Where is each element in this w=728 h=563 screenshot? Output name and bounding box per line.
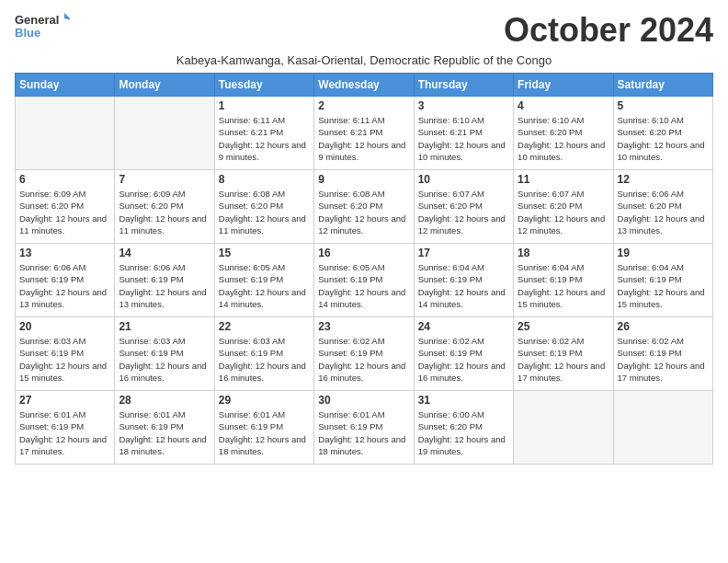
calendar-cell: 16Sunrise: 6:05 AM Sunset: 6:19 PM Dayli… bbox=[314, 244, 414, 317]
calendar-cell bbox=[613, 391, 712, 465]
day-number: 10 bbox=[418, 173, 509, 186]
day-header-saturday: Saturday bbox=[613, 74, 712, 97]
day-number: 15 bbox=[219, 247, 310, 259]
day-info: Sunrise: 6:03 AM Sunset: 6:19 PM Dayligh… bbox=[219, 335, 310, 384]
day-number: 30 bbox=[318, 394, 409, 407]
day-number: 28 bbox=[119, 394, 210, 407]
day-info: Sunrise: 6:07 AM Sunset: 6:20 PM Dayligh… bbox=[518, 188, 609, 236]
calendar-subtitle: Kabeya-Kamwanga, Kasai-Oriental, Democra… bbox=[15, 53, 713, 67]
calendar-cell: 7Sunrise: 6:09 AM Sunset: 6:20 PM Daylig… bbox=[115, 170, 214, 244]
header-row: General Blue October 2024 bbox=[15, 11, 713, 50]
day-info: Sunrise: 6:07 AM Sunset: 6:20 PM Dayligh… bbox=[418, 188, 509, 236]
calendar-cell: 19Sunrise: 6:04 AM Sunset: 6:19 PM Dayli… bbox=[613, 244, 712, 317]
calendar-cell: 18Sunrise: 6:04 AM Sunset: 6:19 PM Dayli… bbox=[514, 244, 613, 317]
day-number: 3 bbox=[418, 99, 509, 112]
day-number: 1 bbox=[219, 99, 310, 112]
calendar-cell: 1Sunrise: 6:11 AM Sunset: 6:21 PM Daylig… bbox=[214, 97, 313, 170]
day-number: 16 bbox=[318, 247, 409, 259]
day-number: 11 bbox=[518, 173, 609, 186]
calendar-week-5: 27Sunrise: 6:01 AM Sunset: 6:19 PM Dayli… bbox=[16, 391, 713, 465]
day-info: Sunrise: 6:08 AM Sunset: 6:20 PM Dayligh… bbox=[219, 188, 310, 236]
day-number: 20 bbox=[19, 320, 110, 333]
day-info: Sunrise: 6:04 AM Sunset: 6:19 PM Dayligh… bbox=[418, 261, 509, 310]
day-number: 13 bbox=[19, 247, 110, 259]
day-info: Sunrise: 6:02 AM Sunset: 6:19 PM Dayligh… bbox=[418, 335, 509, 384]
day-number: 31 bbox=[418, 394, 509, 407]
calendar-cell: 2Sunrise: 6:11 AM Sunset: 6:21 PM Daylig… bbox=[314, 97, 414, 170]
day-info: Sunrise: 6:05 AM Sunset: 6:19 PM Dayligh… bbox=[219, 261, 310, 310]
day-number: 23 bbox=[318, 320, 409, 333]
day-number: 4 bbox=[518, 99, 609, 112]
calendar-cell: 23Sunrise: 6:02 AM Sunset: 6:19 PM Dayli… bbox=[314, 317, 414, 391]
day-info: Sunrise: 6:10 AM Sunset: 6:20 PM Dayligh… bbox=[618, 114, 709, 163]
day-info: Sunrise: 6:08 AM Sunset: 6:20 PM Dayligh… bbox=[318, 188, 409, 236]
day-info: Sunrise: 6:01 AM Sunset: 6:19 PM Dayligh… bbox=[119, 408, 210, 457]
day-number: 8 bbox=[219, 173, 310, 186]
day-info: Sunrise: 6:10 AM Sunset: 6:20 PM Dayligh… bbox=[518, 114, 609, 163]
calendar-cell: 10Sunrise: 6:07 AM Sunset: 6:20 PM Dayli… bbox=[414, 170, 513, 244]
calendar-cell: 26Sunrise: 6:02 AM Sunset: 6:19 PM Dayli… bbox=[613, 317, 712, 391]
day-number: 6 bbox=[19, 173, 110, 186]
calendar-cell: 11Sunrise: 6:07 AM Sunset: 6:20 PM Dayli… bbox=[514, 170, 613, 244]
day-info: Sunrise: 6:01 AM Sunset: 6:19 PM Dayligh… bbox=[19, 408, 110, 457]
calendar-cell: 27Sunrise: 6:01 AM Sunset: 6:19 PM Dayli… bbox=[16, 391, 115, 465]
calendar-table: SundayMondayTuesdayWednesdayThursdayFrid… bbox=[15, 73, 713, 465]
calendar-cell bbox=[16, 97, 115, 170]
day-number: 27 bbox=[19, 394, 110, 407]
calendar-cell: 9Sunrise: 6:08 AM Sunset: 6:20 PM Daylig… bbox=[314, 170, 414, 244]
calendar-cell: 15Sunrise: 6:05 AM Sunset: 6:19 PM Dayli… bbox=[214, 244, 313, 317]
day-number: 14 bbox=[119, 247, 210, 259]
day-number: 7 bbox=[119, 173, 210, 186]
day-info: Sunrise: 6:02 AM Sunset: 6:19 PM Dayligh… bbox=[518, 335, 609, 384]
day-info: Sunrise: 6:09 AM Sunset: 6:20 PM Dayligh… bbox=[19, 188, 110, 236]
calendar-cell: 4Sunrise: 6:10 AM Sunset: 6:20 PM Daylig… bbox=[514, 97, 613, 170]
day-header-thursday: Thursday bbox=[414, 74, 513, 97]
calendar-cell: 22Sunrise: 6:03 AM Sunset: 6:19 PM Dayli… bbox=[214, 317, 313, 391]
day-info: Sunrise: 6:04 AM Sunset: 6:19 PM Dayligh… bbox=[618, 261, 709, 310]
calendar-cell: 17Sunrise: 6:04 AM Sunset: 6:19 PM Dayli… bbox=[414, 244, 513, 317]
day-info: Sunrise: 6:06 AM Sunset: 6:19 PM Dayligh… bbox=[119, 261, 210, 310]
calendar-cell: 3Sunrise: 6:10 AM Sunset: 6:21 PM Daylig… bbox=[414, 97, 513, 170]
page: General Blue October 2024 Kabeya-Kamwang… bbox=[0, 0, 728, 472]
day-info: Sunrise: 6:11 AM Sunset: 6:21 PM Dayligh… bbox=[318, 114, 409, 163]
calendar-cell: 12Sunrise: 6:06 AM Sunset: 6:20 PM Dayli… bbox=[613, 170, 712, 244]
day-number: 18 bbox=[518, 247, 609, 259]
day-number: 21 bbox=[119, 320, 210, 333]
day-number: 25 bbox=[518, 320, 609, 333]
day-header-sunday: Sunday bbox=[16, 74, 115, 97]
calendar-cell: 6Sunrise: 6:09 AM Sunset: 6:20 PM Daylig… bbox=[16, 170, 115, 244]
month-title: October 2024 bbox=[504, 11, 713, 50]
day-info: Sunrise: 6:00 AM Sunset: 6:20 PM Dayligh… bbox=[418, 408, 509, 457]
day-info: Sunrise: 6:02 AM Sunset: 6:19 PM Dayligh… bbox=[318, 335, 409, 384]
day-info: Sunrise: 6:03 AM Sunset: 6:19 PM Dayligh… bbox=[119, 335, 210, 384]
svg-text:General: General bbox=[15, 13, 59, 27]
calendar-cell: 24Sunrise: 6:02 AM Sunset: 6:19 PM Dayli… bbox=[414, 317, 513, 391]
svg-text:Blue: Blue bbox=[15, 26, 40, 40]
day-header-wednesday: Wednesday bbox=[314, 74, 414, 97]
day-number: 19 bbox=[618, 247, 709, 259]
logo: General Blue bbox=[15, 11, 70, 42]
day-number: 2 bbox=[318, 99, 409, 112]
calendar-cell: 30Sunrise: 6:01 AM Sunset: 6:19 PM Dayli… bbox=[314, 391, 414, 465]
calendar-cell: 20Sunrise: 6:03 AM Sunset: 6:19 PM Dayli… bbox=[16, 317, 115, 391]
day-info: Sunrise: 6:01 AM Sunset: 6:19 PM Dayligh… bbox=[318, 408, 409, 457]
day-number: 22 bbox=[219, 320, 310, 333]
calendar-cell: 25Sunrise: 6:02 AM Sunset: 6:19 PM Dayli… bbox=[514, 317, 613, 391]
calendar-cell: 28Sunrise: 6:01 AM Sunset: 6:19 PM Dayli… bbox=[115, 391, 214, 465]
day-number: 12 bbox=[618, 173, 709, 186]
calendar-week-2: 6Sunrise: 6:09 AM Sunset: 6:20 PM Daylig… bbox=[16, 170, 713, 244]
calendar-week-1: 1Sunrise: 6:11 AM Sunset: 6:21 PM Daylig… bbox=[16, 97, 713, 170]
day-number: 17 bbox=[418, 247, 509, 259]
day-info: Sunrise: 6:10 AM Sunset: 6:21 PM Dayligh… bbox=[418, 114, 509, 163]
day-info: Sunrise: 6:06 AM Sunset: 6:19 PM Dayligh… bbox=[19, 261, 110, 310]
calendar-week-4: 20Sunrise: 6:03 AM Sunset: 6:19 PM Dayli… bbox=[16, 317, 713, 391]
day-info: Sunrise: 6:02 AM Sunset: 6:19 PM Dayligh… bbox=[618, 335, 709, 384]
calendar-header: SundayMondayTuesdayWednesdayThursdayFrid… bbox=[16, 74, 713, 97]
calendar-cell: 21Sunrise: 6:03 AM Sunset: 6:19 PM Dayli… bbox=[115, 317, 214, 391]
day-info: Sunrise: 6:05 AM Sunset: 6:19 PM Dayligh… bbox=[318, 261, 409, 310]
logo-icon: General Blue bbox=[15, 11, 70, 42]
day-header-monday: Monday bbox=[115, 74, 214, 97]
svg-marker-2 bbox=[64, 13, 70, 20]
day-number: 9 bbox=[318, 173, 409, 186]
day-info: Sunrise: 6:09 AM Sunset: 6:20 PM Dayligh… bbox=[119, 188, 210, 236]
